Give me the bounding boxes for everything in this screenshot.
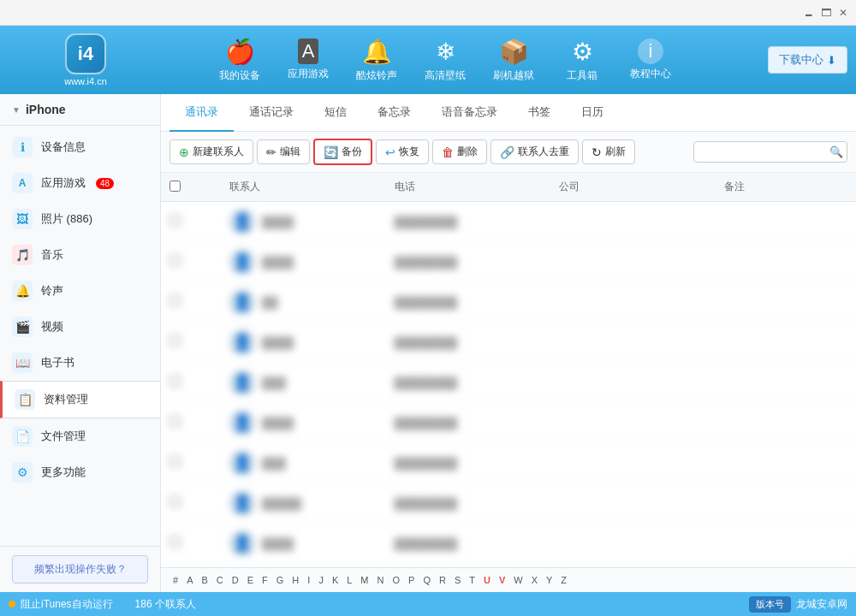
alpha-J[interactable]: J: [315, 573, 327, 587]
close-button[interactable]: ✕: [837, 7, 849, 19]
alpha-K[interactable]: K: [329, 573, 342, 587]
row-checkbox[interactable]: [169, 536, 195, 550]
tab-contacts[interactable]: 通讯录: [169, 94, 234, 132]
table-row[interactable]: 👤 ████ ████████: [161, 242, 856, 282]
sidebar-item-ringtones[interactable]: 🔔 铃声: [0, 273, 160, 309]
tab-call-log[interactable]: 通话记录: [234, 94, 309, 132]
alpha-R[interactable]: R: [436, 573, 449, 587]
contact-phone-cell: ████████: [395, 296, 560, 309]
alpha-N[interactable]: N: [374, 573, 388, 587]
find-duplicates-button[interactable]: 🔗 联系人去重: [490, 139, 579, 164]
my-device-label: 我的设备: [219, 68, 260, 83]
avatar: 👤: [229, 370, 255, 395]
new-contact-button[interactable]: ⊕ 新建联系人: [169, 139, 253, 164]
refresh-button[interactable]: ↻ 刷新: [582, 139, 635, 164]
tab-sms[interactable]: 短信: [309, 94, 362, 132]
alpha-W[interactable]: W: [510, 573, 526, 587]
alpha-S[interactable]: S: [451, 573, 464, 587]
row-checkbox[interactable]: [169, 295, 195, 309]
avatar: 👤: [229, 329, 255, 355]
row-checkbox[interactable]: [169, 255, 195, 269]
nav-tutorials[interactable]: i 教程中心: [616, 30, 685, 90]
alpha-X[interactable]: X: [528, 573, 541, 587]
tab-memo[interactable]: 备忘录: [362, 94, 426, 132]
table-row[interactable]: 👤 ████ ████████: [161, 323, 856, 363]
alpha-F[interactable]: F: [259, 573, 271, 587]
row-checkbox[interactable]: [169, 215, 195, 228]
nav-jailbreak[interactable]: 📦 刷机越狱: [479, 30, 548, 90]
row-checkbox[interactable]: [169, 456, 195, 470]
restore-button[interactable]: ↩ 恢复: [376, 139, 429, 164]
maximize-button[interactable]: 🗖: [820, 7, 832, 19]
alpha-M[interactable]: M: [357, 573, 372, 587]
row-checkbox[interactable]: [169, 496, 195, 510]
table-row[interactable]: 👤 ████ ████████: [161, 403, 856, 443]
alpha-B[interactable]: B: [198, 573, 211, 587]
alpha-V[interactable]: V: [496, 573, 508, 587]
tab-voice-memo[interactable]: 语音备忘录: [426, 94, 513, 132]
contact-name-cell: 👤 ████: [195, 249, 395, 275]
alpha-L[interactable]: L: [343, 573, 355, 587]
check-all[interactable]: [169, 181, 195, 194]
sidebar-item-device-info[interactable]: ℹ 设备信息: [0, 129, 160, 165]
alpha-hash[interactable]: #: [169, 573, 181, 587]
download-button[interactable]: 下载中心 ⬇: [768, 46, 847, 74]
alpha-I[interactable]: I: [304, 573, 313, 587]
sidebar-item-more[interactable]: ⚙ 更多功能: [0, 454, 160, 490]
trouble-button[interactable]: 频繁出现操作失败？: [12, 555, 148, 583]
table-row[interactable]: 👤 █████ ████████: [161, 483, 856, 524]
body-area: ▼ iPhone ℹ 设备信息 A 应用游戏 48 🖼 照片 (886): [0, 94, 856, 592]
nav-wallpaper[interactable]: ❄ 高清壁纸: [411, 30, 479, 90]
search-input[interactable]: [701, 146, 829, 158]
tab-bookmarks[interactable]: 书签: [513, 94, 566, 132]
row-checkbox[interactable]: [169, 416, 195, 429]
table-row[interactable]: 👤 ███ ████████: [161, 443, 856, 483]
alpha-H[interactable]: H: [288, 573, 302, 587]
contact-phone-cell: ████████: [395, 256, 560, 269]
nav-tools[interactable]: ⚙ 工具箱: [548, 30, 616, 90]
alpha-U[interactable]: U: [480, 573, 494, 587]
minimize-button[interactable]: 🗕: [803, 7, 815, 19]
table-row[interactable]: 👤 ██ ████████: [161, 282, 856, 323]
sidebar-item-photos[interactable]: 🖼 照片 (886): [0, 201, 160, 237]
table-row[interactable]: 👤 ████ ████████: [161, 524, 856, 564]
alpha-G[interactable]: G: [273, 573, 288, 587]
sidebar-item-data-mgmt[interactable]: 📋 资料管理: [0, 381, 160, 418]
sidebar-item-video[interactable]: 🎬 视频: [0, 309, 160, 345]
alpha-Q[interactable]: Q: [419, 573, 434, 587]
select-all-checkbox[interactable]: [169, 181, 181, 192]
sidebar-item-music[interactable]: 🎵 音乐: [0, 237, 160, 273]
nav-ringtones[interactable]: 🔔 酷炫铃声: [342, 30, 411, 90]
search-box: 🔍: [693, 141, 847, 163]
row-checkbox[interactable]: [169, 335, 195, 349]
backup-button[interactable]: 🔄 备份: [313, 139, 372, 165]
toolbar: ⊕ 新建联系人 ✏ 编辑 🔄 备份 ↩ 恢复 🗑 删除: [161, 132, 856, 173]
alpha-P[interactable]: P: [405, 573, 418, 587]
video-icon: 🎬: [12, 317, 33, 337]
alpha-C[interactable]: C: [213, 573, 227, 587]
status-left: 阻止iTunes自动运行 186 个联系人: [9, 597, 196, 612]
alpha-D[interactable]: D: [229, 573, 242, 587]
table-row[interactable]: 👤 ███ ████████: [161, 363, 856, 403]
nav-my-device[interactable]: 🍎 我的设备: [205, 30, 274, 90]
alpha-Y[interactable]: Y: [543, 573, 556, 587]
alpha-O[interactable]: O: [389, 573, 403, 587]
alpha-Z[interactable]: Z: [557, 573, 570, 587]
nav-apps[interactable]: A 应用游戏: [274, 30, 342, 90]
table-row[interactable]: 👤 ████ ████████: [161, 202, 856, 242]
row-checkbox[interactable]: [169, 376, 195, 389]
tab-calendar[interactable]: 日历: [566, 94, 619, 132]
alpha-T[interactable]: T: [466, 573, 479, 587]
delete-button[interactable]: 🗑 删除: [432, 139, 487, 164]
sidebar-item-apps[interactable]: A 应用游戏 48: [0, 165, 160, 201]
sidebar-item-file-mgmt[interactable]: 📄 文件管理: [0, 418, 160, 454]
status-dot-icon: [9, 601, 15, 607]
sidebar-item-ebooks[interactable]: 📖 电子书: [0, 345, 160, 381]
table-row[interactable]: 👤 ████ ████████: [161, 564, 856, 567]
new-contact-label: 新建联系人: [193, 145, 244, 159]
edit-button[interactable]: ✏ 编辑: [257, 139, 310, 164]
alpha-E[interactable]: E: [244, 573, 257, 587]
apps-badge: 48: [96, 178, 114, 189]
video-label: 视频: [41, 319, 63, 335]
alpha-A[interactable]: A: [183, 573, 196, 587]
